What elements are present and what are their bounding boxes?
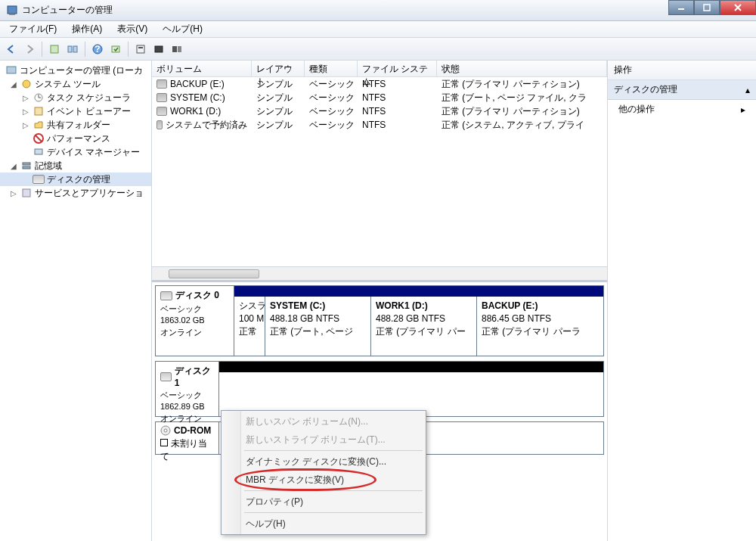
tree-devmgr[interactable]: デバイス マネージャー (0, 145, 151, 159)
svg-point-18 (23, 80, 30, 88)
window-title: コンピューターの管理 (22, 4, 113, 17)
tree-shared[interactable]: ▷共有フォルダー (0, 118, 151, 132)
cdrom-label: CD-ROM 未割り当て (156, 422, 219, 454)
help-button[interactable]: ? (89, 41, 106, 58)
app-icon (6, 5, 18, 17)
tree-services[interactable]: ▷サービスとアプリケーショ (0, 186, 151, 200)
partition-system-c[interactable]: SYSTEM (C:)488.18 GB NTFS正常 (ブート, ページ (265, 297, 370, 356)
volume-header[interactable]: ボリューム レイアウト 種類 ファイル システム 状態 (152, 61, 607, 77)
svg-rect-6 (51, 45, 58, 53)
actions-header: 操作 (608, 61, 756, 80)
svg-rect-14 (155, 46, 163, 52)
menu-bar: ファイル(F) 操作(A) 表示(V) ヘルプ(H) (0, 21, 756, 38)
tree-event[interactable]: ▷イベント ビューアー (0, 104, 151, 118)
ctx-help[interactable]: ヘルプ(H) (223, 515, 424, 533)
maximize-button[interactable] (694, 0, 720, 15)
menu-view[interactable]: 表示(V) (113, 21, 152, 37)
drive-icon (156, 107, 167, 116)
toolbar-btn-6[interactable] (169, 41, 185, 58)
svg-rect-12 (137, 45, 144, 53)
svg-line-24 (36, 135, 42, 141)
close-button[interactable] (720, 0, 756, 15)
ctx-new-span[interactable]: 新しいスパン ボリューム(N)... (223, 412, 424, 431)
ctx-convert-mbr[interactable]: MBR ディスクに変換(V) (223, 471, 424, 489)
toolbar: ? (0, 38, 756, 61)
volume-row[interactable]: SYSTEM (C:) シンプル ベーシック NTFS 正常 (ブート, ページ… (152, 91, 607, 104)
disk-1-label: ディスク 1 ベーシック 1862.89 GB オンライン (156, 362, 219, 416)
tree-storage[interactable]: ◢記憶域 (0, 159, 151, 173)
tree-diskmgmt[interactable]: ディスクの管理 (0, 173, 151, 186)
svg-rect-3 (704, 5, 710, 11)
svg-rect-13 (138, 47, 143, 48)
col-status[interactable]: 状態 (437, 61, 607, 76)
horizontal-scrollbar[interactable] (152, 266, 607, 280)
menu-action[interactable]: 操作(A) (67, 21, 107, 37)
tree-task[interactable]: ▷タスク スケジューラ (0, 91, 151, 104)
disk-0-label: ディスク 0 ベーシック 1863.02 GB オンライン (156, 286, 234, 356)
svg-rect-1 (9, 14, 15, 15)
minimize-button[interactable] (668, 0, 694, 15)
drive-icon (156, 79, 167, 89)
toolbar-btn-5[interactable] (150, 41, 167, 58)
disk-icon (160, 372, 172, 381)
disk-1-unallocated-bar[interactable] (219, 362, 603, 372)
ctx-properties[interactable]: プロパティ(P) (223, 493, 424, 511)
svg-rect-0 (8, 6, 17, 14)
svg-rect-8 (73, 46, 77, 52)
partition-work1-d[interactable]: WORK1 (D:)488.28 GB NTFS正常 (プライマリ パー (370, 297, 476, 356)
svg-rect-27 (23, 166, 30, 169)
partition-sysreserved[interactable]: シスラ100 M正常 (234, 297, 265, 356)
forward-button[interactable] (21, 41, 38, 58)
svg-rect-16 (178, 46, 181, 52)
svg-rect-26 (23, 163, 30, 165)
chevron-right-icon: ▸ (741, 104, 745, 115)
ctx-convert-dynamic[interactable]: ダイナミック ディスクに変換(C)... (223, 452, 424, 471)
navigation-tree[interactable]: コンピューターの管理 (ローカ ◢システム ツール ▷タスク スケジューラ ▷イ… (0, 61, 152, 541)
back-button[interactable] (3, 41, 20, 58)
volume-row[interactable]: BACKUP (E:) シンプル ベーシック NTFS 正常 (プライマリ パー… (152, 77, 607, 91)
col-fs[interactable]: ファイル システム (358, 61, 437, 76)
disk-0-stripe (234, 286, 603, 297)
svg-rect-17 (7, 67, 16, 73)
svg-rect-25 (35, 149, 42, 154)
menu-help[interactable]: ヘルプ(H) (158, 21, 207, 37)
volume-row[interactable]: システムで予約済み シンプル ベーシック NTFS 正常 (システム, アクティ… (152, 118, 607, 132)
svg-rect-15 (172, 46, 177, 52)
title-bar: コンピューターの管理 (0, 0, 756, 21)
tree-systools[interactable]: ◢システム ツール (0, 77, 151, 91)
svg-point-30 (164, 429, 167, 432)
svg-rect-22 (35, 107, 42, 115)
toolbar-btn-2[interactable] (64, 41, 81, 58)
menu-file[interactable]: ファイル(F) (5, 21, 61, 37)
context-menu: 新しいスパン ボリューム(N)... 新しいストライプ ボリューム(T)... … (221, 410, 426, 535)
actions-section-disk[interactable]: ディスクの管理▴ (608, 80, 756, 100)
disk-1[interactable]: ディスク 1 ベーシック 1862.89 GB オンライン (155, 361, 604, 417)
drive-icon (156, 120, 163, 129)
actions-pane: 操作 ディスクの管理▴ 他の操作▸ (608, 61, 756, 541)
tree-root[interactable]: コンピューターの管理 (ローカ (0, 64, 151, 77)
col-volume[interactable]: ボリューム (152, 61, 252, 76)
drive-icon (156, 93, 167, 102)
tree-perf[interactable]: パフォーマンス (0, 132, 151, 145)
col-type[interactable]: 種類 (305, 61, 358, 76)
disk-icon (160, 291, 172, 300)
svg-text:?: ? (94, 44, 100, 54)
svg-rect-28 (23, 189, 30, 197)
actions-other[interactable]: 他の操作▸ (608, 100, 756, 119)
toolbar-btn-3[interactable] (107, 41, 124, 58)
toolbar-btn-1[interactable] (46, 41, 63, 58)
svg-rect-7 (68, 46, 72, 52)
toolbar-btn-4[interactable] (132, 41, 149, 58)
volume-list[interactable]: ボリューム レイアウト 種類 ファイル システム 状態 BACKUP (E:) … (152, 61, 607, 280)
volume-row[interactable]: WORK1 (D:) シンプル ベーシック NTFS 正常 (プライマリ パーテ… (152, 104, 607, 118)
cd-icon (160, 425, 171, 436)
partition-backup-e[interactable]: BACKUP (E:)886.45 GB NTFS正常 (プライマリ パーラ (476, 297, 603, 356)
disk-0[interactable]: ディスク 0 ベーシック 1863.02 GB オンライン シスラ100 M正常… (155, 285, 604, 356)
collapse-icon: ▴ (745, 85, 750, 95)
col-layout[interactable]: レイアウト (252, 61, 305, 76)
ctx-new-stripe[interactable]: 新しいストライプ ボリューム(T)... (223, 431, 424, 449)
